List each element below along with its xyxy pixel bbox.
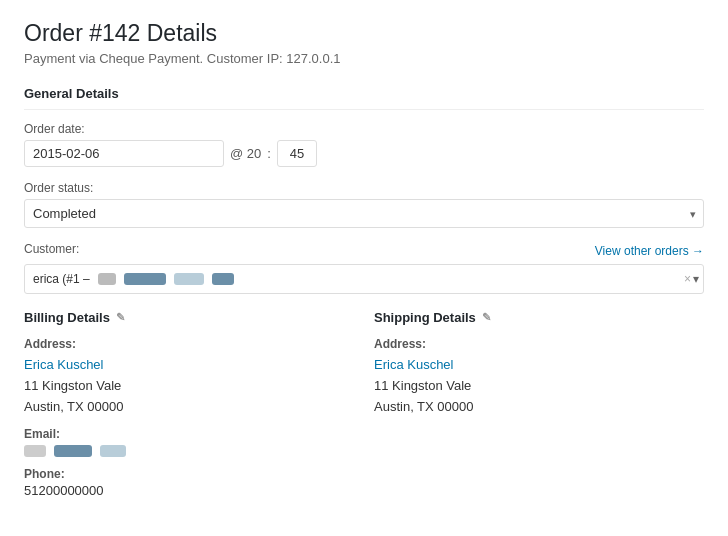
page-title: Order #142 Details <box>24 20 704 47</box>
blur-pill-1 <box>98 273 116 285</box>
shipping-section-title: Shipping Details ✎ <box>374 310 704 325</box>
customer-input-wrapper[interactable]: erica (#1 – × ▾ <box>24 264 704 294</box>
blur-pill-2 <box>124 273 166 285</box>
order-time-min-input[interactable] <box>277 140 317 167</box>
customer-dropdown-icon[interactable]: ▾ <box>693 272 699 286</box>
order-date-group: Order date: @ 20 : <box>24 122 704 167</box>
customer-group: Customer: View other orders → erica (#1 … <box>24 242 704 294</box>
email-blur-3 <box>100 445 126 457</box>
blur-pill-3 <box>174 273 204 285</box>
billing-edit-icon[interactable]: ✎ <box>116 311 125 324</box>
order-status-label: Order status: <box>24 181 704 195</box>
billing-section: Billing Details ✎ Address: Erica Kuschel… <box>24 310 354 498</box>
details-grid: Billing Details ✎ Address: Erica Kuschel… <box>24 310 704 498</box>
customer-label: Customer: <box>24 242 79 256</box>
view-orders-link[interactable]: View other orders → <box>595 244 704 258</box>
customer-tag: erica (#1 – <box>33 272 234 286</box>
order-date-label: Order date: <box>24 122 704 136</box>
customer-name: erica (#1 – <box>33 272 90 286</box>
customer-label-row: Customer: View other orders → <box>24 242 704 260</box>
billing-title-text: Billing Details <box>24 310 110 325</box>
customer-clear-icon[interactable]: × <box>684 272 691 286</box>
order-status-select[interactable]: Completed Pending payment Processing On … <box>24 199 704 228</box>
billing-phone-label: Phone: <box>24 467 354 481</box>
page-subtitle: Payment via Cheque Payment. Customer IP:… <box>24 51 704 66</box>
shipping-address-text: Erica Kuschel 11 Kingston Vale Austin, T… <box>374 355 704 417</box>
billing-section-title: Billing Details ✎ <box>24 310 354 325</box>
order-date-row: @ 20 : <box>24 140 704 167</box>
shipping-title-text: Shipping Details <box>374 310 476 325</box>
billing-email-label: Email: <box>24 427 354 441</box>
order-date-input[interactable] <box>24 140 224 167</box>
shipping-city-state-zip: Austin, TX 00000 <box>374 397 704 418</box>
general-details-section-title: General Details <box>24 86 704 110</box>
billing-email-value <box>24 445 354 457</box>
colon-separator: : <box>267 146 271 161</box>
order-status-group: Order status: Completed Pending payment … <box>24 181 704 228</box>
billing-phone-value: 51200000000 <box>24 483 354 498</box>
shipping-name: Erica Kuschel <box>374 355 704 376</box>
email-blur-2 <box>54 445 92 457</box>
billing-address-label: Address: <box>24 337 354 351</box>
billing-address-text: Erica Kuschel 11 Kingston Vale Austin, T… <box>24 355 354 417</box>
shipping-section: Shipping Details ✎ Address: Erica Kusche… <box>374 310 704 498</box>
order-status-select-wrapper: Completed Pending payment Processing On … <box>24 199 704 228</box>
shipping-edit-icon[interactable]: ✎ <box>482 311 491 324</box>
blur-pill-4 <box>212 273 234 285</box>
at-separator: @ 20 <box>230 146 261 161</box>
shipping-address-label: Address: <box>374 337 704 351</box>
customer-controls: × ▾ <box>684 272 699 286</box>
billing-name: Erica Kuschel <box>24 355 354 376</box>
shipping-street: 11 Kingston Vale <box>374 376 704 397</box>
email-blur-1 <box>24 445 46 457</box>
billing-city-state-zip: Austin, TX 00000 <box>24 397 354 418</box>
billing-street: 11 Kingston Vale <box>24 376 354 397</box>
